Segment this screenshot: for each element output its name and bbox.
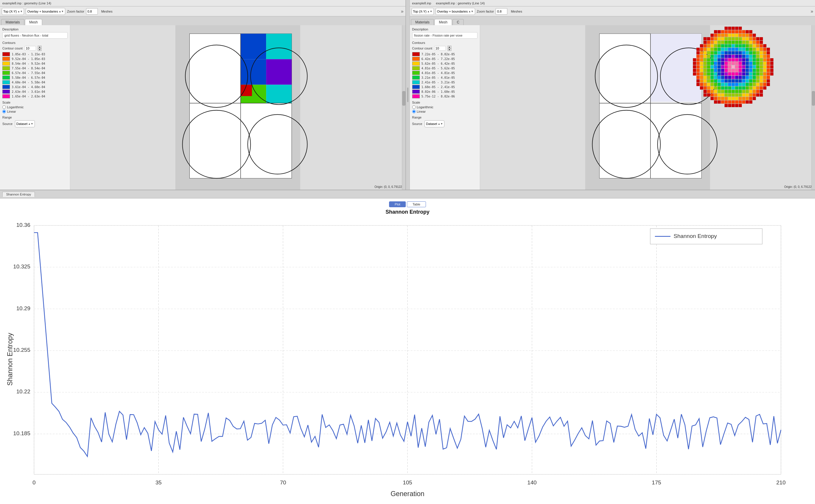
legend-text: 6.42e-05 - 7.22e-05 xyxy=(422,57,455,61)
svg-text:10.325: 10.325 xyxy=(13,263,30,270)
right-meshes-button[interactable]: Meshes xyxy=(509,9,524,14)
right-contour-count-input[interactable] xyxy=(434,46,446,51)
overlay-select-arrow: ▲▼ xyxy=(59,10,64,13)
legend-row: 3.21e-05 - 4.01e-05 xyxy=(412,76,477,80)
legend-color-swatch xyxy=(412,76,420,80)
left-scale-linear-radio[interactable] xyxy=(2,110,6,113)
left-sidebar: Description grid fluxes - Neutron flux -… xyxy=(0,25,70,190)
right-overlay-select[interactable]: Overlay + boundaries ▲▼ xyxy=(436,8,475,15)
legend-color-swatch xyxy=(2,57,10,61)
legend-color-swatch xyxy=(412,90,420,94)
right-scale-linear-radio[interactable] xyxy=(412,110,416,113)
legend-text: 5.75e-12 - 8.02e-06 xyxy=(422,95,455,98)
left-tab-materials[interactable]: Materials xyxy=(1,19,24,25)
legend-row: 4.60e-04 - 5.58e-04 xyxy=(2,80,68,84)
left-contour-up[interactable]: ▲ xyxy=(38,46,42,48)
legend-text: 7.55e-04 - 8.54e-04 xyxy=(12,67,45,70)
svg-text:10.185: 10.185 xyxy=(13,430,30,436)
legend-text: 1.05e-03 - 1.15e-03 xyxy=(12,53,45,56)
legend-row: 2.41e-05 - 3.21e-05 xyxy=(412,80,477,84)
left-contours-label: Contours xyxy=(2,41,68,44)
left-contour-down[interactable]: ▼ xyxy=(38,48,42,51)
legend-text: 8.02e-06 - 1.60e-05 xyxy=(422,90,455,93)
left-meshes-button[interactable]: Meshes xyxy=(100,9,114,14)
right-contour-count-label: Contour count xyxy=(412,47,432,50)
right-viewport: Origin: (0, 0, 6.79122) xyxy=(480,25,815,190)
left-contour-count-input[interactable] xyxy=(24,46,36,51)
legend-text: 1.65e-04 - 2.63e-04 xyxy=(12,95,45,98)
left-tab-mesh[interactable]: Mesh xyxy=(25,19,42,25)
left-scale-log-radio[interactable] xyxy=(2,105,6,109)
shannon-entropy-tab[interactable]: Shannon Entropy xyxy=(2,192,35,197)
legend-row: 8.02e-06 - 1.60e-05 xyxy=(412,90,477,94)
left-legend: 1.05e-03 - 1.15e-039.52e-04 - 1.05e-038.… xyxy=(2,52,68,98)
legend-color-swatch xyxy=(2,71,10,75)
left-desc-label: Description xyxy=(2,28,68,31)
legend-text: 2.63e-04 - 3.61e-04 xyxy=(12,90,45,93)
svg-text:70: 70 xyxy=(280,479,286,486)
chart-title: Shannon Entropy xyxy=(386,209,429,215)
table-button[interactable]: Table xyxy=(407,201,426,207)
left-expand-icon[interactable]: » xyxy=(401,9,404,14)
legend-color-swatch xyxy=(2,90,10,94)
left-zoom-label: Zoom factor xyxy=(67,10,84,13)
legend-text: 4.60e-04 - 5.58e-04 xyxy=(12,81,45,84)
right-view-select[interactable]: Top (X-Y) ▲▼ xyxy=(412,8,434,15)
left-scale-log-label: Logarithmic xyxy=(7,105,24,109)
legend-color-swatch xyxy=(2,76,10,80)
right-view-arrow: ▲▼ xyxy=(427,10,432,13)
right-source-label: Source xyxy=(412,122,422,126)
legend-row: 4.81e-05 - 5.62e-05 xyxy=(412,66,477,70)
svg-text:Shannon Entropy: Shannon Entropy xyxy=(6,333,14,386)
legend-color-swatch xyxy=(2,85,10,89)
legend-text: 1.60e-05 - 2.41e-05 xyxy=(422,85,455,89)
legend-text: 6.57e-04 - 7.55e-04 xyxy=(12,71,45,75)
right-source-select[interactable]: Dataset ▲▼ xyxy=(424,120,444,127)
right-scale-log-radio[interactable] xyxy=(412,105,416,109)
legend-text: 3.21e-05 - 4.01e-05 xyxy=(422,76,455,79)
svg-text:10.29: 10.29 xyxy=(16,305,30,311)
legend-color-swatch xyxy=(412,57,420,61)
right-contour-down[interactable]: ▼ xyxy=(448,48,451,51)
legend-row: 1.05e-03 - 1.15e-03 xyxy=(2,52,68,56)
right-tab-mesh[interactable]: Mesh xyxy=(434,19,452,25)
legend-color-swatch xyxy=(412,94,420,98)
left-range-label: Range xyxy=(2,116,68,119)
legend-text: 8.54e-04 - 9.52e-04 xyxy=(12,62,45,65)
svg-text:140: 140 xyxy=(527,479,537,486)
chart-area: Plot Table Shannon Entropy Shannon Entro… xyxy=(0,198,815,504)
panel-divider[interactable] xyxy=(406,0,410,190)
right-tab-materials[interactable]: Materials xyxy=(411,19,434,25)
divider-handle xyxy=(407,88,408,102)
legend-row: 7.55e-04 - 8.54e-04 xyxy=(2,66,68,70)
right-zoom-input[interactable] xyxy=(496,8,507,15)
legend-text: 2.41e-05 - 3.21e-05 xyxy=(422,81,455,84)
right-desc-label: Description xyxy=(412,28,477,31)
legend-color-swatch xyxy=(2,94,10,98)
svg-rect-8 xyxy=(266,85,292,103)
left-overlay-select[interactable]: Overlay + boundaries ▲▼ xyxy=(26,8,65,15)
right-tab-c[interactable]: C xyxy=(453,19,464,25)
legend-row: 6.57e-04 - 7.55e-04 xyxy=(2,71,68,75)
svg-text:10.255: 10.255 xyxy=(13,347,30,353)
svg-text:35: 35 xyxy=(155,479,162,486)
legend-text: 5.62e-05 - 6.42e-05 xyxy=(422,62,455,65)
left-view-select[interactable]: Top (X-Y) ▲▼ xyxy=(2,8,24,15)
legend-color-swatch xyxy=(412,66,420,70)
left-source-select[interactable]: Dataset ▲▼ xyxy=(15,120,35,127)
right-canvas-svg xyxy=(480,25,815,190)
legend-text: 4.01e-05 - 4.81e-05 xyxy=(422,71,455,75)
svg-rect-2 xyxy=(241,34,266,59)
legend-text: 5.58e-04 - 6.57e-04 xyxy=(12,76,45,79)
legend-color-swatch xyxy=(2,61,10,66)
right-toolbar: Top (X-Y) ▲▼ Overlay + boundaries ▲▼ Zoo… xyxy=(410,6,815,16)
chart-controls: Plot Table xyxy=(389,201,426,207)
plot-button[interactable]: Plot xyxy=(389,201,406,207)
right-expand-icon[interactable]: » xyxy=(811,9,813,14)
left-canvas-svg xyxy=(70,25,405,190)
left-zoom-input[interactable] xyxy=(86,8,98,15)
right-contour-up[interactable]: ▲ xyxy=(448,46,451,48)
right-scale-linear-label: Linear xyxy=(417,110,426,113)
legend-color-swatch xyxy=(2,66,10,70)
right-scale-log-label: Logarithmic xyxy=(417,105,434,109)
